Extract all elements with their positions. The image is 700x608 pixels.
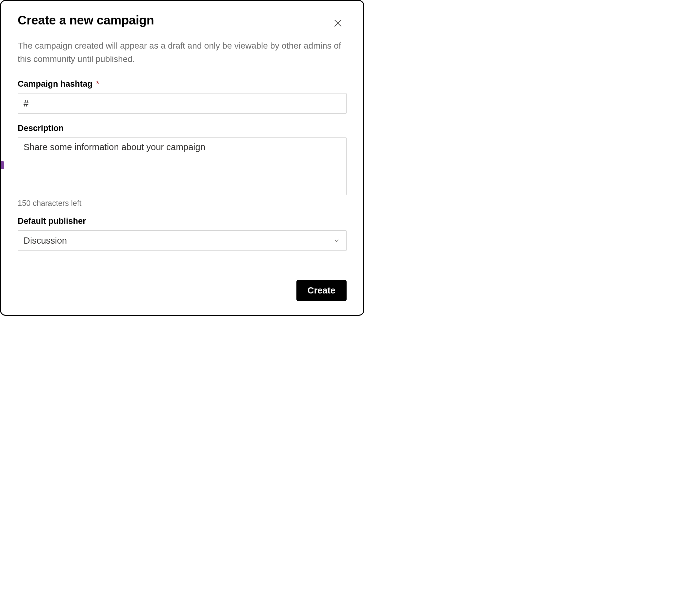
create-campaign-dialog: Create a new campaign The campaign creat… (1, 1, 363, 315)
close-button[interactable] (332, 17, 344, 30)
hashtag-input[interactable] (18, 93, 347, 114)
required-indicator: * (96, 79, 99, 89)
description-textarea[interactable] (18, 137, 347, 195)
description-label: Description (18, 124, 347, 133)
dialog-title: Create a new campaign (18, 13, 154, 27)
close-icon (333, 18, 343, 28)
publisher-select-wrapper: Discussion (18, 230, 347, 251)
hashtag-label-text: Campaign hashtag (18, 79, 93, 89)
hashtag-label: Campaign hashtag * (18, 79, 347, 89)
publisher-form-group: Default publisher Discussion (18, 216, 347, 251)
side-accent-tab (0, 161, 4, 169)
create-button[interactable]: Create (296, 280, 347, 301)
character-count: 150 characters left (18, 199, 347, 208)
hashtag-form-group: Campaign hashtag * (18, 79, 347, 114)
dialog-header: Create a new campaign (18, 13, 347, 30)
dialog-footer: Create (18, 280, 347, 301)
publisher-label: Default publisher (18, 216, 347, 226)
dialog-description: The campaign created will appear as a dr… (18, 39, 347, 65)
description-form-group: Description (18, 124, 347, 196)
publisher-select[interactable]: Discussion (18, 230, 347, 251)
